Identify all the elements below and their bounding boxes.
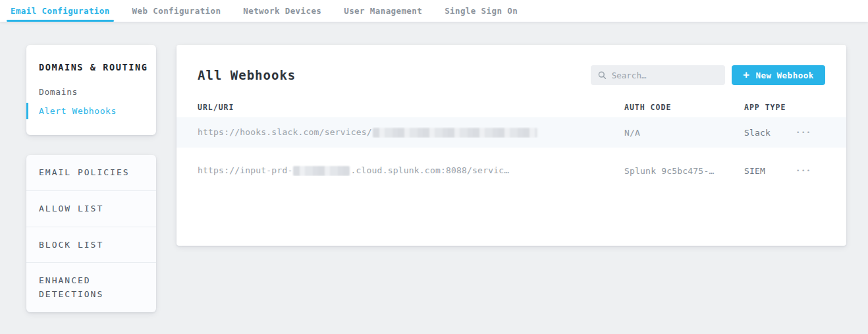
- sidebar-item-enhanced-detections[interactable]: ENHANCED DETECTIONS: [26, 262, 156, 312]
- table-row[interactable]: https://input-prd-.cloud.splunk.com:8088…: [176, 155, 846, 186]
- column-header-url: URL/URI: [198, 103, 624, 112]
- sidebar-item-email-policies[interactable]: EMAIL POLICIES: [26, 155, 156, 190]
- sidebar-item-block-list[interactable]: BLOCK LIST: [26, 227, 156, 263]
- sidebar-item-alert-webhooks[interactable]: Alert Webhooks: [26, 101, 156, 121]
- webhook-auth-code: Splunk 9c5bc475-…: [624, 166, 744, 176]
- tab-user-management[interactable]: User Management: [340, 0, 426, 22]
- top-navigation: Email Configuration Web Configuration Ne…: [0, 0, 868, 22]
- redacted-blur: [373, 128, 537, 138]
- search-input[interactable]: [612, 70, 719, 80]
- new-webhook-button[interactable]: + New Webhook: [732, 65, 825, 85]
- sidebar-item-domains[interactable]: Domains: [26, 82, 156, 101]
- row-menu-ellipsis-icon[interactable]: •••: [795, 165, 813, 177]
- webhook-url: https://input-prd-.cloud.splunk.com:8088…: [198, 165, 624, 176]
- routing-card-title: DOMAINS & ROUTING: [26, 62, 156, 72]
- tab-web-configuration[interactable]: Web Configuration: [128, 0, 225, 22]
- plus-icon: +: [743, 70, 749, 80]
- domains-routing-card: DOMAINS & ROUTING Domains Alert Webhooks: [26, 45, 156, 135]
- webhooks-panel: All Webhooks + New Webhook URL/URI AUTH …: [176, 45, 846, 246]
- page-title: All Webhooks: [198, 68, 296, 82]
- webhook-url: https://hooks.slack.com/services/: [198, 127, 624, 138]
- row-menu-ellipsis-icon[interactable]: •••: [795, 126, 813, 138]
- search-box[interactable]: [591, 65, 725, 85]
- panel-header: All Webhooks + New Webhook: [176, 45, 846, 103]
- webhook-app-type: Slack: [744, 128, 795, 138]
- redacted-blur: [293, 166, 350, 176]
- page-content: DOMAINS & ROUTING Domains Alert Webhooks…: [0, 22, 868, 312]
- header-actions: + New Webhook: [591, 65, 825, 85]
- sidebar-item-allow-list[interactable]: ALLOW LIST: [26, 190, 156, 227]
- webhook-auth-code: N/A: [624, 128, 744, 138]
- column-header-app-type: APP TYPE: [744, 103, 795, 112]
- policy-sections-card: EMAIL POLICIES ALLOW LIST BLOCK LIST ENH…: [26, 155, 156, 312]
- new-webhook-label: New Webhook: [755, 70, 813, 80]
- tab-email-configuration[interactable]: Email Configuration: [7, 0, 114, 22]
- table-header: URL/URI AUTH CODE APP TYPE: [176, 103, 846, 112]
- webhook-app-type: SIEM: [744, 166, 795, 176]
- tab-network-devices[interactable]: Network Devices: [239, 0, 325, 22]
- column-header-auth-code: AUTH CODE: [624, 103, 744, 112]
- tab-single-sign-on[interactable]: Single Sign On: [441, 0, 522, 22]
- search-icon: [598, 70, 606, 80]
- table-row[interactable]: https://hooks.slack.com/services/ N/A Sl…: [176, 117, 846, 148]
- sidebar: DOMAINS & ROUTING Domains Alert Webhooks…: [26, 45, 156, 312]
